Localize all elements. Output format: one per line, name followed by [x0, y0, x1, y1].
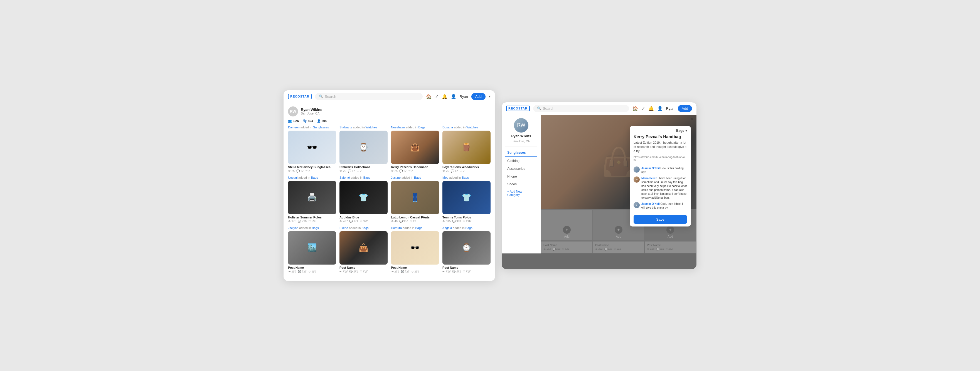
add-button-right[interactable]: Add: [678, 105, 692, 112]
user-icon-right[interactable]: 👤: [657, 106, 663, 111]
left-search-bar[interactable]: 🔍 Search: [315, 93, 423, 100]
feed-attribution: Dameon added in Sunglasses: [288, 125, 336, 129]
sidebar-item-sunglasses[interactable]: Sunglasses: [505, 149, 537, 157]
popup-save-button[interactable]: Save: [633, 215, 687, 224]
feed-title: Holister Summer Polos: [288, 216, 336, 219]
feed-image: ⌚: [442, 231, 490, 265]
left-logo: RECOSTAR: [288, 94, 312, 99]
feed-image: 👜: [391, 131, 439, 164]
search-placeholder-right: Search: [543, 106, 554, 111]
popup-link[interactable]: https://fiveno.com/60-chain-bag-fashion-…: [630, 155, 691, 164]
feed-stats: 👁 25 💬 12 ♡ 2: [442, 170, 490, 173]
sidebar-avatar: RW: [514, 118, 528, 133]
right-search-bar[interactable]: 🔍 Search: [533, 105, 629, 112]
feed-attribution: Homura added in Bags: [391, 226, 439, 230]
feed-image: ⌚: [339, 131, 388, 164]
sidebar-profile: RW Ryan Wikins San Jose, CA: [505, 118, 537, 146]
feed-title: Kerry Pezcal's Handmade: [391, 165, 439, 169]
profile-section: RW Ryan Wikins San Jose, CA: [283, 103, 495, 118]
feed-attribution: Meg added in Bags: [442, 176, 490, 179]
followers-icon: 👥: [288, 119, 292, 123]
avatar: RW: [288, 106, 298, 116]
feed-attribution: Neeshaan added in Bags: [391, 125, 439, 129]
bell-icon-right[interactable]: 🔔: [648, 106, 654, 111]
home-icon[interactable]: 🏠: [426, 94, 431, 99]
feed-attribution: Stalwarts added in Watches: [339, 125, 388, 129]
popup-header: Bags ▾: [630, 126, 691, 134]
feed-attribution: Dusana added in Watches: [442, 125, 490, 129]
feed-row-3: Jaclynn added in Bags 🏙️ Post Name 👁 ###…: [288, 226, 490, 273]
list-item: Angela added in Bags ⌚ Post Name 👁 ### 💬…: [442, 226, 490, 273]
popup-category-label: Bags: [676, 128, 684, 133]
feed-attribution: Salomé added in Bags: [339, 176, 388, 179]
add-category-button[interactable]: + Add New Category: [505, 188, 537, 198]
chevron-down-icon[interactable]: ▾: [489, 95, 490, 98]
chevron-down-icon: ▾: [685, 128, 687, 133]
feed-stats: 👁 25 💬 12 ♡ 2: [391, 170, 439, 173]
feed-title: Foyers Sons Woodworks: [442, 165, 490, 169]
sidebar-item-phone[interactable]: Phone: [505, 173, 537, 180]
feed-attribution: Jaclynn added in Bags: [288, 226, 336, 230]
right-sidebar: RW Ryan Wikins San Jose, CA Sunglasses C…: [502, 115, 541, 254]
sidebar-item-accessories[interactable]: Accessories: [505, 165, 537, 173]
feed-section: Dameon added in Sunglasses 🕶️ Stella McC…: [283, 125, 495, 281]
popup-description: Latest Edition 2019. I bought after a lo…: [630, 141, 691, 155]
sidebar-profile-name: Ryan Wikins: [511, 134, 531, 138]
list-item: Dusana added in Watches 🪵 Foyers Sons Wo…: [442, 125, 490, 173]
feed-image: 🏙️: [288, 231, 336, 265]
sidebar-item-shoes[interactable]: Shoes: [505, 180, 537, 188]
feed-stats: 👁 978 💬 720 ♡ 535: [288, 220, 336, 223]
comment-item-2: M Maria Perez I have been using it for s…: [633, 176, 687, 200]
followers-count: 5.2K: [293, 119, 299, 122]
feed-attribution: Justine added in Bags: [391, 176, 439, 179]
feed-image: 🖨️: [288, 181, 336, 214]
popup-title: Kerry Pezcal's Handbag: [630, 134, 691, 141]
profile-info: Ryan Wikins San Jose, CA: [301, 108, 322, 115]
check-circle-icon-right[interactable]: ✓: [641, 106, 645, 111]
feed-stats: 👁 ### 💬 ### ♡ ###: [288, 270, 336, 273]
feed-attribution: Angela added in Bags: [442, 226, 490, 230]
feed-title: Addidas Blue: [339, 216, 388, 219]
add-button[interactable]: Add: [471, 93, 485, 100]
feed-title: Stalwarts Collections: [339, 165, 388, 169]
view-stat: 👁 25: [288, 170, 295, 173]
comment-item-1: J Jasmin O'Neil How is this holding up?: [633, 166, 687, 174]
feed-stats: 👁 ### 💬 ### ♡ ###: [391, 270, 439, 273]
feed-image: 👕: [339, 181, 388, 214]
right-navbar: RECOSTAR 🔍 Search 🏠 ✓ 🔔 👤 Ryan Add: [502, 102, 697, 115]
comment-text-2: Maria Perez I have been using it for som…: [641, 176, 687, 200]
feed-attribution: Uesugi added in Bags: [288, 176, 336, 179]
feed-attribution: Ekene added in Bags: [339, 226, 388, 230]
feed-title: Post Name: [391, 266, 439, 269]
sidebar-item-clothing[interactable]: Clothing: [505, 157, 537, 165]
list-item: Dameon added in Sunglasses 🕶️ Stella McC…: [288, 125, 336, 173]
feed-title: Post Name: [442, 266, 490, 269]
popup-overlay: × Bags ▾ Kerry Pezcal's Handbag Latest E…: [541, 115, 697, 254]
user-icon[interactable]: 👤: [451, 94, 457, 99]
left-panel: RECOSTAR 🔍 Search 🏠 ✓ 🔔 👤 Ryan Add ▾ RW …: [283, 90, 495, 281]
comment-stat: 💬 12: [296, 170, 304, 173]
bell-icon[interactable]: 🔔: [442, 94, 447, 99]
profile-location: San Jose, CA: [301, 112, 322, 115]
feed-image: 👖: [391, 181, 439, 214]
left-navbar: RECOSTAR 🔍 Search 🏠 ✓ 🔔 👤 Ryan Add ▾: [283, 90, 495, 103]
search-icon: 🔍: [537, 106, 541, 110]
list-item: Homura added in Bags 🕶️ Post Name 👁 ### …: [391, 226, 439, 273]
feed-image: 🕶️: [391, 231, 439, 265]
list-item: Justine added in Bags 👖 LuLu Lemon Casua…: [391, 176, 439, 223]
comment-avatar-3: J: [633, 202, 640, 208]
check-circle-icon[interactable]: ✓: [435, 94, 439, 99]
popup-card: × Bags ▾ Kerry Pezcal's Handbag Latest E…: [630, 126, 691, 227]
feed-row-1: Dameon added in Sunglasses 🕶️ Stella McC…: [288, 125, 490, 173]
feed-stats: 👁 ### 💬 ### ♡ ###: [442, 270, 490, 273]
right-logo: RECOSTAR: [506, 106, 530, 111]
list-item: Uesugi added in Bags 🖨️ Holister Summer …: [288, 176, 336, 223]
list-item: Stalwarts added in Watches ⌚ Stalwarts C…: [339, 125, 388, 173]
feed-title: Tommy Toms Polos: [442, 216, 490, 219]
user-name-label: Ryan: [460, 95, 468, 99]
connections-icon: 👤: [317, 119, 321, 123]
home-icon-right[interactable]: 🏠: [632, 106, 638, 111]
list-item: Neeshaan added in Bags 👜 Kerry Pezcal's …: [391, 125, 439, 173]
popup-category-dropdown[interactable]: Bags ▾: [676, 128, 687, 133]
connections-stat: 👤 204: [317, 119, 327, 123]
